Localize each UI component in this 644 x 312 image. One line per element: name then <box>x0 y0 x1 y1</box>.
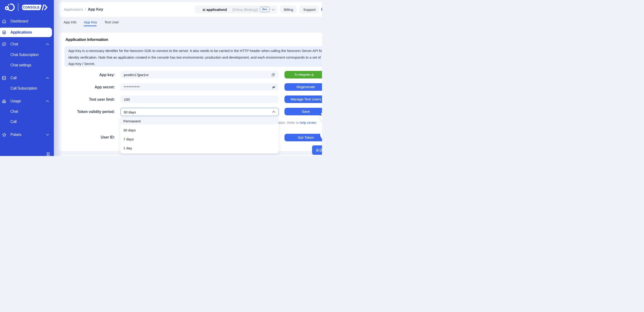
svg-text:CONSOLE: CONSOLE <box>23 6 40 9</box>
